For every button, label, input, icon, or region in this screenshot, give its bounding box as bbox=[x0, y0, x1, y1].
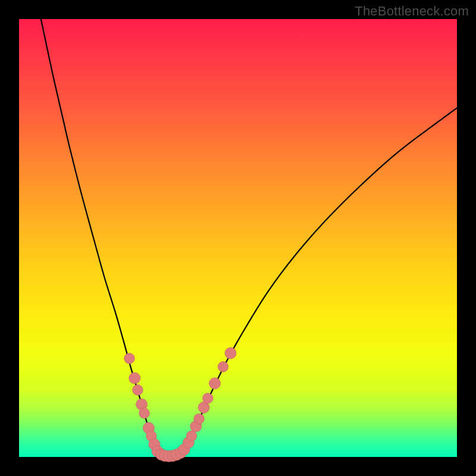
curve-marker bbox=[202, 393, 213, 404]
curve-marker bbox=[209, 378, 220, 389]
curve-marker bbox=[139, 408, 150, 419]
curve-marker bbox=[124, 353, 135, 364]
plot-area bbox=[19, 19, 457, 457]
curve-marker bbox=[194, 414, 205, 424]
curve-marker bbox=[133, 385, 143, 396]
curve-marker bbox=[129, 372, 140, 384]
curve-markers bbox=[124, 347, 236, 462]
curve-marker bbox=[225, 347, 236, 359]
curve-marker bbox=[218, 362, 228, 372]
chart-frame: TheBottleneck.com bbox=[0, 0, 476, 476]
curve-svg bbox=[19, 19, 457, 457]
watermark-text: TheBottleneck.com bbox=[355, 4, 469, 19]
bottleneck-curve bbox=[41, 19, 457, 456]
curve-marker bbox=[186, 431, 197, 441]
